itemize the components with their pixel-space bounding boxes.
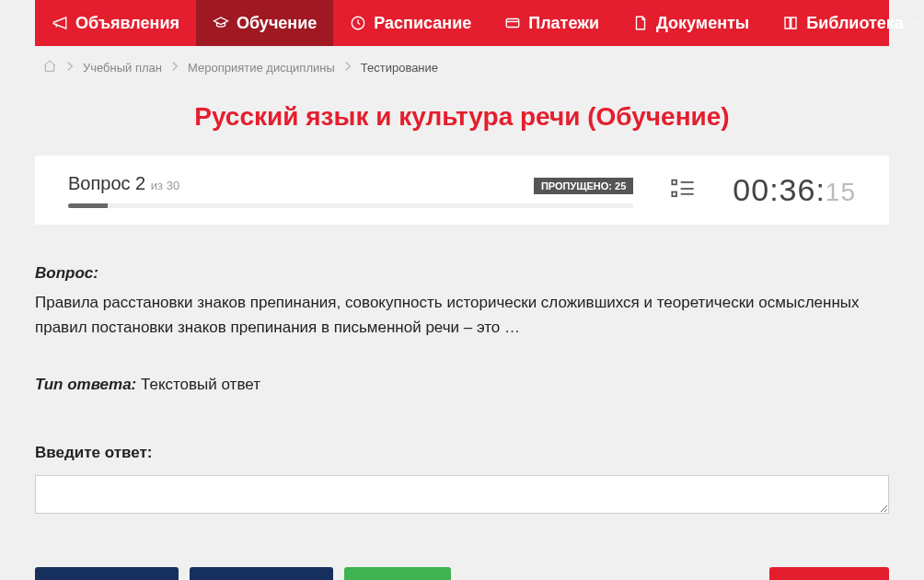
chevron-right-icon (171, 61, 179, 75)
breadcrumb-plan[interactable]: Учебный план (83, 61, 162, 75)
nav-schedule[interactable]: Расписание (333, 0, 488, 46)
svg-rect-1 (506, 19, 519, 28)
question-text: Правила расстановки знаков препинания, с… (35, 291, 889, 340)
action-buttons (7, 539, 917, 580)
nav-documents[interactable]: Документы (616, 0, 766, 46)
document-icon (632, 15, 649, 31)
question-number-label: Вопрос 2 (68, 173, 151, 193)
svg-rect-2 (673, 180, 677, 184)
question-heading: Вопрос: (35, 261, 889, 285)
answer-type-value: Текстовый ответ (141, 376, 260, 393)
timer-seconds: 15 (826, 178, 856, 206)
nav-label: Объявления (75, 14, 179, 33)
answer-button[interactable] (344, 567, 451, 580)
nav-label: Документы (656, 14, 749, 33)
nav-library[interactable]: Библиотека (766, 0, 924, 46)
answer-type-label: Тип ответа: (35, 376, 136, 393)
question-total: из 30 (151, 179, 179, 192)
nav-announcements[interactable]: Объявления (35, 0, 196, 46)
finish-button[interactable] (769, 567, 889, 580)
nav-label: Расписание (374, 14, 471, 33)
answer-textarea[interactable] (35, 475, 889, 514)
page-title: Русский язык и культура речи (Обучение) (7, 102, 917, 132)
progress-bar (68, 203, 633, 208)
question-progress: Вопрос 2 из 30 ПРОПУЩЕНО: 25 (68, 173, 633, 208)
prev-button[interactable] (35, 567, 179, 580)
top-nav: Объявления Обучение Расписание Платежи Д… (35, 0, 889, 46)
book-icon (782, 15, 799, 31)
clock-icon (350, 15, 366, 31)
skipped-badge: ПРОПУЩЕНО: 25 (534, 178, 633, 194)
nav-label: Библиотека (806, 14, 904, 33)
answer-type: Тип ответа: Текстовый ответ (35, 373, 889, 397)
chevron-down-icon (911, 17, 922, 29)
card-icon (504, 15, 521, 31)
question-list-icon[interactable] (670, 176, 696, 205)
chevron-right-icon (66, 61, 74, 75)
chevron-right-icon (344, 61, 352, 75)
graduation-icon (213, 15, 229, 31)
skip-button[interactable] (190, 567, 333, 580)
nav-learning[interactable]: Обучение (196, 0, 333, 46)
timer-main: 00:36: (733, 172, 826, 207)
nav-payments[interactable]: Платежи (488, 0, 616, 46)
home-icon[interactable] (42, 59, 57, 76)
breadcrumb-event[interactable]: Мероприятие дисциплины (188, 61, 335, 75)
megaphone-icon (52, 15, 68, 31)
nav-label: Обучение (237, 14, 317, 33)
breadcrumb-current: Тестирование (361, 61, 438, 75)
timer: 00:36:15 (733, 172, 856, 208)
breadcrumb: Учебный план Мероприятие дисциплины Тест… (7, 46, 917, 89)
progress-fill (68, 203, 108, 208)
status-bar: Вопрос 2 из 30 ПРОПУЩЕНО: 25 (35, 156, 889, 225)
svg-rect-3 (673, 191, 677, 196)
nav-label: Платежи (528, 14, 599, 33)
question-content: Вопрос: Правила расстановки знаков препи… (7, 225, 917, 539)
answer-input-label: Введите ответ: (35, 441, 889, 465)
